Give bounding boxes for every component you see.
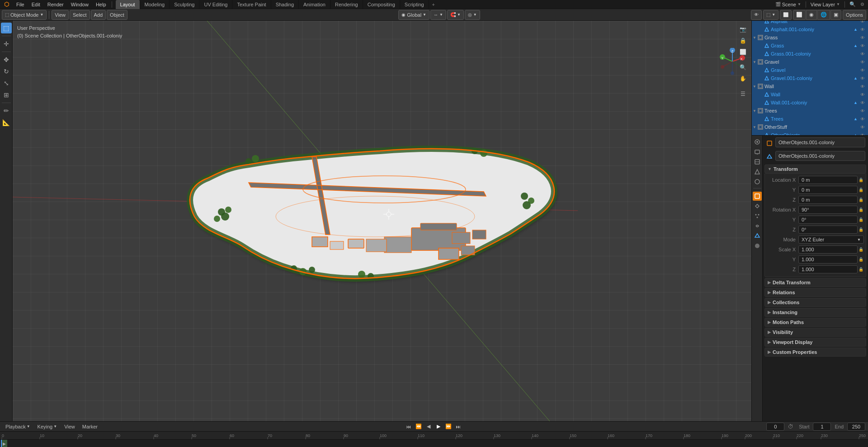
visibility-icon[interactable]: 👁 xyxy=(859,42,866,49)
current-frame-display[interactable]: 0 xyxy=(766,423,784,431)
tree-item-otherstuff-collection[interactable]: ▼ OtherStuff 👁 xyxy=(752,123,868,131)
lock-icon[interactable]: 🔒 xyxy=(858,198,864,202)
visibility-icon[interactable]: 👁 xyxy=(859,34,866,41)
tab-rendering[interactable]: Rendering xyxy=(330,0,363,9)
tree-item-gravel[interactable]: Gravel 👁 xyxy=(752,66,868,74)
object-name-field[interactable]: OtherObjects.001-coloniy xyxy=(775,137,865,147)
scale-z-field[interactable]: 1.000 xyxy=(798,265,858,273)
object-menu[interactable]: Object xyxy=(107,10,127,20)
nav-hand-icon[interactable]: ✋ xyxy=(738,74,748,84)
visibility-icon[interactable]: 👁 xyxy=(859,115,866,122)
particles-props-icon[interactable] xyxy=(753,212,762,221)
add-workspace-button[interactable]: + xyxy=(429,0,438,9)
viewport-overlays-btn[interactable]: ⬚ ▼ xyxy=(763,10,778,20)
tab-texture-paint[interactable]: Texture Paint xyxy=(232,0,271,9)
visibility-icon[interactable]: 👁 xyxy=(859,107,866,114)
visibility-icon[interactable]: 👁 xyxy=(859,26,866,33)
tree-item-otherobjects[interactable]: OtherObjects ▲ 👁 xyxy=(752,131,868,135)
xray-toggle[interactable]: ⬜ xyxy=(780,10,792,20)
object-mode-dropdown[interactable]: ⬚ Object Mode ▼ xyxy=(2,10,47,20)
tree-item-wall-001[interactable]: Wall.001-coloniy ▲ 👁 xyxy=(752,99,868,107)
scale-x-field[interactable]: 1.000 xyxy=(798,245,858,254)
solid-shading[interactable]: ⬜ xyxy=(793,10,806,20)
tree-item-grass[interactable]: Grass ▲ 👁 xyxy=(752,42,868,50)
rendered-shading[interactable]: 🌐 xyxy=(817,10,830,20)
output-props-icon[interactable] xyxy=(753,147,762,156)
options-menu[interactable]: Options xyxy=(843,10,866,20)
visibility-header[interactable]: ▶ Visibility xyxy=(764,328,866,337)
tab-scripting[interactable]: Scripting xyxy=(400,0,429,9)
menu-edit[interactable]: Edit xyxy=(28,0,44,9)
lock-icon[interactable]: 🔒 xyxy=(858,257,864,262)
scale-y-field[interactable]: 1.000 xyxy=(798,255,858,263)
visibility-icon[interactable]: 👁 xyxy=(859,58,866,66)
expand-icon[interactable]: ▼ xyxy=(752,33,757,42)
tree-item-trees[interactable]: Trees ▲ 👁 xyxy=(752,115,868,123)
measure-tool[interactable]: 📐 xyxy=(1,117,12,128)
marker-menu[interactable]: Marker xyxy=(80,422,100,432)
lock-icon[interactable]: 🔒 xyxy=(858,178,864,182)
tab-uv-editing[interactable]: UV Editing xyxy=(199,0,232,9)
collections-header[interactable]: ▶ Collections xyxy=(764,298,866,307)
expand-icon[interactable]: ▼ xyxy=(752,107,757,115)
tree-item-gravel-collection[interactable]: ▼ Gravel 👁 xyxy=(752,58,868,66)
lock-icon[interactable]: 🔒 xyxy=(858,247,864,252)
visibility-icon[interactable]: 👁 xyxy=(859,132,866,135)
tree-item-grass-collection[interactable]: ▼ Grass 👁 xyxy=(752,33,868,42)
zoom-in-icon[interactable]: 🔍 xyxy=(738,62,748,72)
modifier-props-icon[interactable] xyxy=(753,202,762,211)
visibility-icon[interactable]: 👁 xyxy=(859,91,866,98)
location-y-field[interactable]: 0 m xyxy=(798,186,858,194)
visibility-icon[interactable]: 👁 xyxy=(859,99,866,106)
tab-layout[interactable]: Layout xyxy=(116,0,140,9)
viewport-shading-btn[interactable]: 👁 xyxy=(751,10,762,20)
data-props-icon[interactable] xyxy=(753,231,762,240)
end-frame-input[interactable]: 250 xyxy=(847,423,865,431)
lock-icon[interactable]: 🔒 xyxy=(858,267,864,272)
select-menu[interactable]: Select xyxy=(70,10,90,20)
world-props-icon[interactable] xyxy=(753,177,762,186)
expand-icon[interactable]: ▼ xyxy=(752,58,757,66)
tree-item-gravel-001[interactable]: Gravel.001-coloniy ▲ 👁 xyxy=(752,74,868,82)
timeline-scrubber[interactable]: ▶ xyxy=(0,440,868,447)
view-layer-selector[interactable]: View Layer ▼ xyxy=(808,0,843,9)
menu-help[interactable]: Help xyxy=(92,0,110,9)
tab-modeling[interactable]: Modeling xyxy=(140,0,170,9)
jump-start-button[interactable]: ⏮ xyxy=(405,423,413,431)
view-layer-props-icon[interactable] xyxy=(753,157,762,166)
lock-icon[interactable]: 🔒 xyxy=(858,217,864,222)
select-tool[interactable]: ⬚ xyxy=(1,23,12,33)
jump-end-button[interactable]: ⏭ xyxy=(454,423,462,431)
playback-menu[interactable]: Playback ▼ xyxy=(3,422,33,432)
lock-icon[interactable]: 🔒 xyxy=(858,207,864,212)
tab-shading[interactable]: Shading xyxy=(271,0,299,9)
pivot-point[interactable]: ◉ Global ▼ xyxy=(398,10,429,20)
cursor-tool[interactable]: ✛ xyxy=(1,38,12,49)
visibility-icon[interactable]: 👁 xyxy=(859,50,866,57)
rotate-tool[interactable]: ↻ xyxy=(1,66,12,77)
scale-tool[interactable]: ⤡ xyxy=(1,78,12,89)
visibility-icon[interactable]: 👁 xyxy=(859,123,866,131)
custom-properties-header[interactable]: ▶ Custom Properties xyxy=(764,348,866,357)
location-x-field[interactable]: 0 m xyxy=(798,176,858,184)
wireframe-shading[interactable]: ▣ xyxy=(830,10,841,20)
viewport-3d[interactable]: User Perspective (0) Scene Collection | … xyxy=(13,21,751,421)
camera-view-icon[interactable]: 📷 xyxy=(738,24,748,34)
menu-window[interactable]: Window xyxy=(67,0,92,9)
material-props-icon[interactable] xyxy=(753,241,762,250)
start-frame-input[interactable]: 1 xyxy=(813,423,831,431)
transform-tool[interactable]: ⊞ xyxy=(1,89,12,100)
object-data-name-field[interactable]: OtherObjects.001-coloniy xyxy=(775,151,865,161)
tree-item-trees-collection[interactable]: ▼ Trees 👁 xyxy=(752,107,868,115)
lock-icon[interactable]: 🔒 xyxy=(858,227,864,232)
play-button[interactable]: ▶ xyxy=(434,423,443,431)
expand-icon[interactable]: ▼ xyxy=(752,82,757,90)
visibility-icon[interactable]: 👁 xyxy=(859,83,866,90)
motion-paths-header[interactable]: ▶ Motion Paths xyxy=(764,318,866,327)
snap-toggle[interactable]: 🧲 ▼ xyxy=(447,10,464,20)
search-button[interactable]: 🔍 xyxy=(847,0,859,9)
delta-transform-header[interactable]: ▶ Delta Transform xyxy=(764,278,866,287)
add-menu[interactable]: Add xyxy=(91,10,106,20)
scene-props-icon[interactable] xyxy=(753,167,762,176)
location-z-field[interactable]: 0 m xyxy=(798,196,858,204)
